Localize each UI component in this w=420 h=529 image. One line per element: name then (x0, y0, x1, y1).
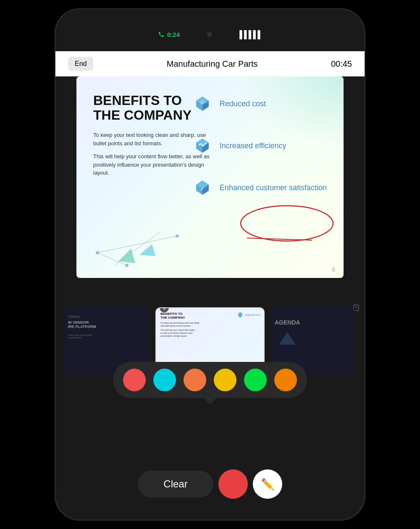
thumb-box-icon (237, 312, 244, 318)
svg-marker-22 (118, 249, 135, 263)
slide-number: 6 (332, 266, 335, 273)
active-color-button[interactable] (218, 469, 248, 499)
camera-dot (207, 32, 212, 37)
svg-point-25 (125, 264, 129, 267)
benefit-item-2: Increased efficiency (192, 135, 327, 156)
slide-decoration (93, 228, 186, 270)
box-icon-1 (192, 93, 213, 114)
svg-line-18 (247, 238, 312, 240)
color-red[interactable] (123, 369, 146, 391)
svg-marker-23 (139, 244, 155, 256)
call-timer: 00:45 (331, 59, 352, 69)
svg-marker-30 (238, 312, 242, 318)
waveform-icon: ▌▌▌▌▌ (239, 30, 262, 39)
benefit-item-3: ✓ Enhanced customer satisfaction (192, 177, 327, 198)
slide-area: BENEFITS TOTHE COMPANY To keep your text… (76, 76, 344, 278)
pen-icon: ✏️ (261, 478, 274, 491)
box-icon-3: ✓ (192, 177, 213, 198)
benefit-item-1: Reduced cost (192, 93, 327, 114)
status-bar: 0:24 ▌▌▌▌▌ (151, 26, 269, 43)
color-cyan[interactable] (153, 369, 176, 391)
benefits-list: Reduced cost Increased efficiency (192, 93, 327, 198)
color-green[interactable] (244, 369, 267, 391)
svg-point-17 (241, 206, 333, 241)
benefit-label-1: Reduced cost (220, 100, 266, 108)
pen-button[interactable]: ✏️ (253, 469, 282, 499)
annotation-circle (239, 202, 335, 244)
svg-point-24 (96, 251, 99, 254)
phone-frame: 0:24 ▌▌▌▌▌ End Manufacturing Car Parts 0… (55, 8, 365, 521)
phone-icon (158, 31, 165, 38)
color-salmon[interactable] (184, 369, 206, 391)
bottom-toolbar: Clear ✏️ (138, 469, 282, 499)
call-indicator: 0:24 (158, 31, 180, 38)
call-title: Manufacturing Car Parts (167, 59, 258, 69)
svg-point-26 (176, 234, 179, 238)
call-bar: End Manufacturing Car Parts 00:45 (55, 51, 365, 76)
end-call-button[interactable]: End (68, 57, 93, 71)
color-yellow[interactable] (214, 369, 236, 391)
clear-button[interactable]: Clear (138, 471, 213, 498)
thumb-deco-right (275, 330, 300, 347)
benefit-label-3: Enhanced customer satisfaction (220, 183, 327, 192)
benefit-label-2: Increased efficiency (220, 141, 286, 150)
color-picker (113, 362, 307, 398)
svg-text:✓: ✓ (200, 186, 205, 192)
box-icon-2 (192, 135, 213, 156)
color-orange[interactable] (274, 369, 297, 391)
svg-line-19 (97, 236, 177, 253)
